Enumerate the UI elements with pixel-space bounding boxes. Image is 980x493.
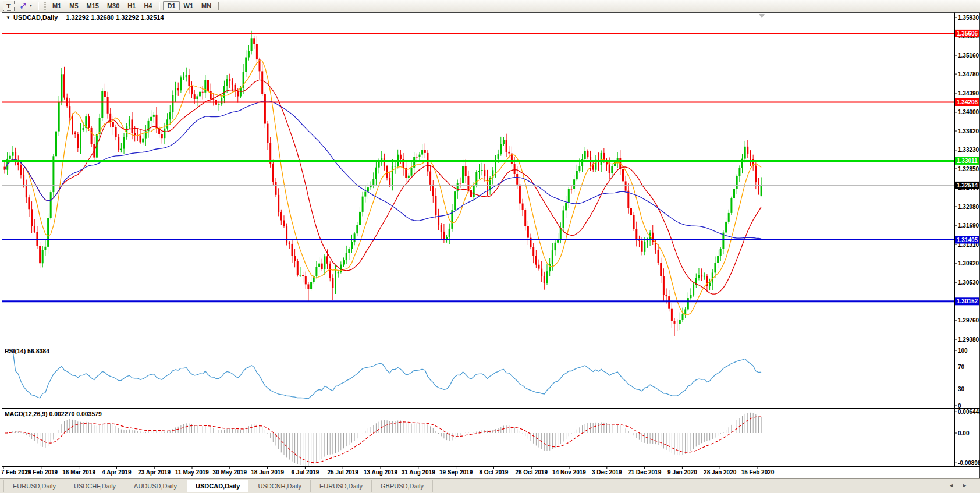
tab-scroll-controls: ◄ ► xyxy=(949,483,967,488)
date-tick-label: 30 May 2019 xyxy=(213,469,247,476)
date-tick-label: 28 Jan 2020 xyxy=(704,469,737,476)
macd-tick-label: -0.008982 xyxy=(958,460,980,466)
tab-usdchf-1[interactable]: USDCHF,Daily xyxy=(65,480,125,492)
ma-fast-orange-line xyxy=(5,60,761,315)
macd-indicator-label: MACD(12,26,9) 0.002270 0.003579 xyxy=(5,410,102,417)
timeframe-h4-button[interactable]: H4 xyxy=(140,1,156,10)
timeframe-buttons: M1M5M15M30H1H4D1W1MN xyxy=(48,1,222,10)
chart-window[interactable]: 1.359301.355501.351601.347801.343901.340… xyxy=(0,12,980,478)
chart-shift-marker[interactable] xyxy=(759,14,765,18)
price-tick-label: 1.30530 xyxy=(958,279,979,286)
text-tool-button[interactable]: T xyxy=(3,1,15,11)
timeframe-h1-button[interactable]: H1 xyxy=(123,1,140,10)
date-tick-label: 6 Jul 2019 xyxy=(291,469,319,476)
date-tick-label: 23 Apr 2019 xyxy=(138,469,171,476)
rsi-line xyxy=(8,350,761,399)
axis-price-label: 1.32514 xyxy=(957,182,978,189)
chart-title-ohlc: 1.32292 1.32680 1.32292 1.32514 xyxy=(66,14,164,21)
draw-arrows-button[interactable] xyxy=(18,1,29,10)
axis-price-label: 1.30152 xyxy=(957,298,978,304)
main-price-panel[interactable] xyxy=(2,14,954,336)
timeframe-d1-button[interactable]: D1 xyxy=(163,1,179,10)
chart-canvas[interactable]: 1.359301.355501.351601.347801.343901.340… xyxy=(0,12,980,478)
chart-title: ▼USDCAD,Daily1.32292 1.32680 1.32292 1.3… xyxy=(6,14,164,21)
top-toolbar: T ▼ M1M5M15M30H1H4D1W1MN xyxy=(0,0,980,12)
price-tick-label: 1.29380 xyxy=(958,336,979,343)
date-tick-label: 14 Nov 2019 xyxy=(552,469,586,476)
timeframe-w1-button[interactable]: W1 xyxy=(180,1,198,10)
date-tick-label: 21 Dec 2019 xyxy=(628,469,662,476)
timeframe-mn-button[interactable]: MN xyxy=(197,1,215,10)
toolbar-separator xyxy=(38,2,39,10)
axis-price-label: 1.31405 xyxy=(957,237,978,243)
arrows-dropdown-caret-icon[interactable]: ▼ xyxy=(29,4,33,8)
symbol-tab-bar: EURUSD,DailyUSDCHF,DailyAUDUSD,DailyUSDC… xyxy=(0,478,980,493)
axes-layer: 1.359301.355501.351601.347801.343901.340… xyxy=(1,13,980,478)
date-tick-label: 4 Apr 2019 xyxy=(102,469,132,476)
tab-scroll-left-icon[interactable]: ◄ xyxy=(949,483,954,488)
candlesticks xyxy=(4,31,762,336)
text-tool-icon: T xyxy=(6,2,10,9)
price-tick-label: 1.29760 xyxy=(958,317,979,324)
date-tick-label: 25 Jul 2019 xyxy=(328,469,359,476)
symbol-dropdown-icon[interactable]: ▼ xyxy=(6,15,10,20)
price-tick-label: 1.35160 xyxy=(958,52,979,59)
timeframe-m1-button[interactable]: M1 xyxy=(48,1,65,10)
chart-title-symbol: USDCAD,Daily xyxy=(13,14,58,21)
rsi-tick-label: 30 xyxy=(958,386,965,392)
price-tick-label: 1.32080 xyxy=(958,204,979,210)
date-tick-label: 19 Sep 2019 xyxy=(439,469,473,476)
timeframe-m30-button[interactable]: M30 xyxy=(103,1,123,10)
rsi-tick-label: 100 xyxy=(958,347,968,354)
price-tick-label: 1.34780 xyxy=(958,71,979,77)
timeframe-m5-button[interactable]: M5 xyxy=(65,1,82,10)
axis-price-label: 1.35606 xyxy=(957,30,978,37)
price-tick-label: 1.33230 xyxy=(958,147,979,153)
ma-mid-red-line xyxy=(5,80,761,294)
macd-tick-label: 0.00 xyxy=(958,430,970,437)
macd-histogram xyxy=(5,413,761,466)
price-tick-label: 1.34000 xyxy=(958,109,979,115)
tab-usdcad-3[interactable]: USDCAD,Daily xyxy=(187,480,248,492)
price-tick-label: 1.35930 xyxy=(958,15,979,21)
toolbar-separator xyxy=(159,2,160,10)
axis-price-label: 1.33011 xyxy=(957,158,978,164)
tab-eurusd-0[interactable]: EURUSD,Daily xyxy=(3,480,65,492)
date-tick-label: 9 Jan 2020 xyxy=(667,469,697,476)
toolbar-drag-handle[interactable] xyxy=(44,2,46,10)
date-tick-label: 13 Aug 2019 xyxy=(364,469,397,476)
macd-panel[interactable] xyxy=(5,413,761,466)
price-tick-label: 1.30920 xyxy=(958,260,979,267)
axis-price-label: 1.34206 xyxy=(957,99,978,105)
tab-usdcnh-4[interactable]: USDCNH,Daily xyxy=(249,480,311,492)
date-tick-label: 11 May 2019 xyxy=(175,469,209,476)
tab-scroll-right-icon[interactable]: ► xyxy=(962,483,967,488)
price-tick-label: 1.31690 xyxy=(958,222,979,229)
rsi-panel[interactable] xyxy=(2,350,954,399)
price-tick-label: 1.34390 xyxy=(958,90,979,97)
diagonal-arrows-icon xyxy=(19,2,28,10)
date-tick-label: 26 Feb 2019 xyxy=(24,469,58,476)
symbol-tabs: EURUSD,DailyUSDCHF,DailyAUDUSD,DailyUSDC… xyxy=(3,479,433,493)
ma-slow-blue-line xyxy=(5,101,761,239)
price-tick-label: 1.32850 xyxy=(958,166,979,172)
tab-gbpusd-6[interactable]: GBPUSD,Daily xyxy=(372,480,433,492)
tab-audusd-2[interactable]: AUDUSD,Daily xyxy=(125,480,186,492)
date-tick-label: 26 Oct 2019 xyxy=(515,469,548,476)
date-tick-label: 16 Mar 2019 xyxy=(62,469,95,476)
date-tick-label: 3 Dec 2019 xyxy=(592,469,622,476)
tab-eurusd-5[interactable]: EURUSD,Daily xyxy=(311,480,372,492)
trading-terminal: { "toolbar": { "text_tool_label": "T", "… xyxy=(0,0,980,493)
macd-tick-label: 0.006448 xyxy=(958,409,980,415)
macd-signal-line xyxy=(5,417,761,463)
rsi-tick-label: 70 xyxy=(958,364,965,370)
date-tick-label: 31 Aug 2019 xyxy=(402,469,435,476)
price-tick-label: 1.33620 xyxy=(958,128,979,134)
date-tick-label: 15 Feb 2020 xyxy=(741,469,775,476)
toolbar-separator xyxy=(218,2,219,10)
rsi-indicator-label: RSI(14) 56.8384 xyxy=(5,347,49,354)
date-tick-label: 8 Oct 2019 xyxy=(479,469,508,476)
date-tick-label: 18 Jun 2019 xyxy=(251,469,284,476)
timeframe-m15-button[interactable]: M15 xyxy=(83,1,103,10)
